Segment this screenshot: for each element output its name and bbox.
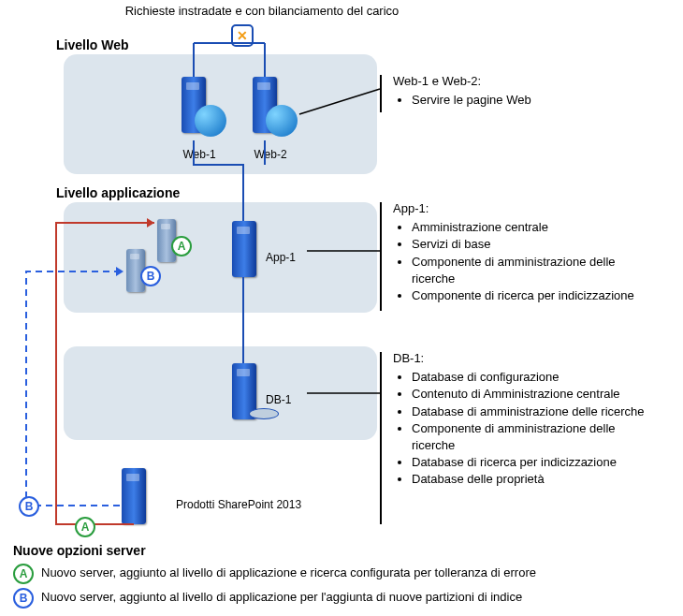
routing-caption: Richieste instradate e con bilanciamento…: [84, 4, 440, 18]
server-web-1-label: Web-1: [176, 148, 223, 161]
sharepoint-label: Prodotti SharePoint 2013: [176, 498, 301, 511]
web-desc: Web-1 e Web-2: Servire le pagine Web: [393, 73, 531, 109]
db-desc-item: Database di configurazione: [412, 369, 655, 386]
db-desc: DB-1: Database di configurazione Contenu…: [393, 350, 655, 489]
app-desc-title: App-1:: [393, 200, 655, 217]
server-db-1-label: DB-1: [266, 393, 291, 406]
db-desc-title: DB-1:: [393, 350, 655, 367]
app-desc-item: Componente di ricerca per indicizzazione: [412, 287, 655, 304]
server-web-1: [182, 77, 206, 133]
app-tier-label: Livello applicazione: [56, 185, 180, 200]
server-app-1: [232, 221, 256, 277]
app-desc-item: Servizi di base: [412, 236, 655, 253]
db-desc-item: Componente di amministrazione delle rice…: [412, 420, 655, 454]
db-desc-bar: [380, 352, 382, 524]
app-desc-item: Componente di amministrazione delle rice…: [412, 254, 655, 287]
server-app-1-label: App-1: [266, 251, 296, 264]
legend-a-text: Nuovo server, aggiunto al livello di app…: [41, 565, 536, 579]
web-desc-bar: [380, 75, 382, 112]
app-desc-bar: [380, 202, 382, 311]
app-desc-list: Amministrazione centrale Servizi di base…: [393, 219, 655, 304]
web-desc-title: Web-1 e Web-2:: [393, 73, 531, 90]
badge-b-inline: B: [140, 266, 161, 286]
web-desc-item: Servire le pagine Web: [412, 92, 531, 109]
web-tier-label: Livello Web: [56, 37, 129, 52]
badge-a-inline: A: [171, 236, 192, 257]
db-desc-list: Database di configurazione Contenuto di …: [393, 369, 655, 488]
path-a-badge: A: [75, 517, 95, 537]
legend-b-text: Nuovo server, aggiunto al livello di app…: [41, 590, 522, 604]
server-db-1: [232, 363, 256, 419]
db-desc-item: Database di ricerca per indicizzazione: [412, 454, 655, 471]
sharepoint-server-icon: [122, 468, 146, 524]
legend-a-badge: A: [13, 564, 34, 584]
db-tier: [64, 346, 377, 440]
architecture-diagram: Richieste instradate e con bilanciamento…: [0, 0, 683, 616]
db-desc-item: Database delle proprietà: [412, 471, 655, 488]
legend-b-badge: B: [13, 588, 34, 609]
server-web-2-label: Web-2: [247, 148, 294, 161]
new-servers-heading: Nuove opzioni server: [13, 543, 146, 558]
app-desc-item: Amministrazione centrale: [412, 219, 655, 236]
db-desc-item: Database di amministrazione delle ricerc…: [412, 403, 655, 420]
load-balancer-icon: ✕: [231, 24, 254, 47]
path-b-badge: B: [19, 496, 39, 517]
app-tier: [64, 202, 377, 313]
server-web-2: [253, 77, 277, 133]
app-desc: App-1: Amministrazione centrale Servizi …: [393, 200, 655, 304]
web-desc-list: Servire le pagine Web: [393, 92, 531, 109]
db-desc-item: Contenuto di Amministrazione centrale: [412, 386, 655, 403]
